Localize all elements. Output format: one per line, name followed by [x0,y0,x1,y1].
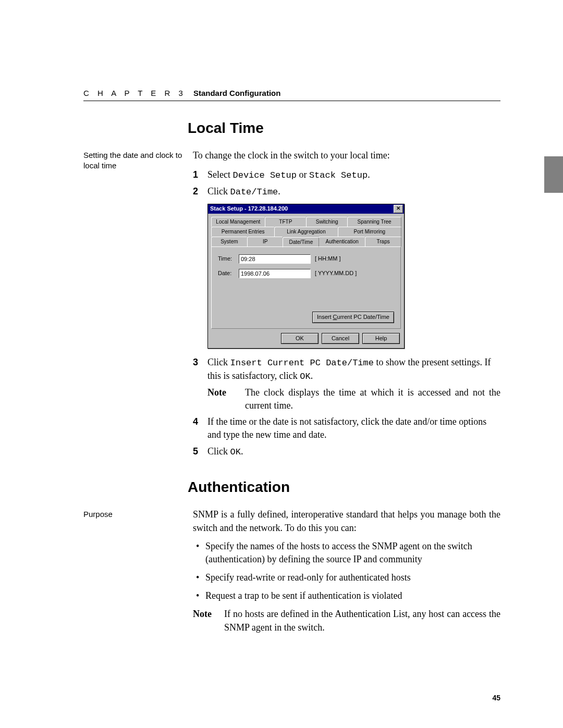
step-3: Click Insert Current PC Date/Time to sho… [207,356,500,412]
tab-link-aggregation[interactable]: Link Aggregation [274,227,338,237]
margin-note-local-time: Setting the date and clock to local time [83,149,193,461]
tab-spanning-tree[interactable]: Spanning Tree [347,217,401,227]
tab-local-management[interactable]: Local Management [211,217,265,227]
tab-switching[interactable]: Switching [306,217,348,227]
tab-ip[interactable]: IP [247,237,284,246]
margin-note-authentication: Purpose [83,508,193,634]
step-number: 2 [193,185,207,199]
step-number: 3 [193,356,207,412]
note-body: The clock displays the time at which it … [245,386,500,412]
date-input[interactable]: 1998.07.06 [239,269,311,278]
auth-intro: SNMP is a fully defined, interoperative … [193,508,500,534]
step-2: Click Date/Time. [207,185,500,199]
auth-bullet-2: Specify read-write or read-only for auth… [193,571,500,584]
step-4: If the time or the date is not satisfact… [207,415,500,441]
date-hint: [ YYYY.MM.DD ] [315,269,357,277]
note-label: Note [193,608,224,634]
time-hint: [ HH:MM ] [315,255,341,263]
tab-panel-date-time: Time: 09:28 [ HH:MM ] Date: 1998.07.06 [… [211,246,401,329]
tab-traps[interactable]: Traps [365,237,401,246]
close-icon[interactable]: ✕ [394,205,403,213]
note-label: Note [207,386,245,412]
thumb-tab [544,156,563,193]
time-input[interactable]: 09:28 [239,254,311,264]
tab-authentication[interactable]: Authentication [319,237,365,246]
section-heading-local-time: Local Time [188,120,500,137]
running-header: C H A P T E R 3 Standard Configuration [83,89,500,101]
time-label: Time: [218,255,239,263]
section-heading-authentication: Authentication [188,479,500,496]
tab-port-mirroring[interactable]: Port Mirroring [338,227,401,237]
dialog-titlebar[interactable]: Stack Setup - 172.28.184.200 ✕ [208,204,404,214]
insert-current-pc-datetime-button[interactable]: Insert Current PC Date/Time [312,312,394,323]
chapter-title: Standard Configuration [193,89,281,97]
tab-date-time[interactable]: Date/Time [283,237,319,248]
page-number: 45 [492,694,500,702]
tab-system[interactable]: System [211,237,248,246]
date-label: Date: [218,269,239,277]
tab-permanent-entries[interactable]: Permanent Entries [211,227,275,237]
help-button[interactable]: Help [362,333,400,344]
cancel-button[interactable]: Cancel [322,333,359,344]
step-5: Click OK. [207,445,500,459]
step-1: Select Device Setup or Stack Setup. [207,168,500,182]
chapter-label: C H A P T E R 3 [83,89,186,97]
ok-button[interactable]: OK [281,333,319,344]
step-number: 5 [193,445,207,459]
intro-text: To change the clock in the switch to you… [193,149,500,162]
dialog-title: Stack Setup - 172.28.184.200 [210,205,288,213]
step-number: 4 [193,415,207,441]
dialog-stack-setup: Stack Setup - 172.28.184.200 ✕ Local Man… [207,204,405,349]
step-number: 1 [193,168,207,182]
note-body: If no hosts are defined in the Authentic… [224,608,500,634]
tab-tftp[interactable]: TFTP [265,217,307,227]
auth-bullet-3: Request a trap to be sent if authenticat… [193,589,500,602]
document-page: C H A P T E R 3 Standard Configuration L… [0,0,563,728]
auth-bullet-1: Specify the names of the hosts to access… [193,540,500,566]
